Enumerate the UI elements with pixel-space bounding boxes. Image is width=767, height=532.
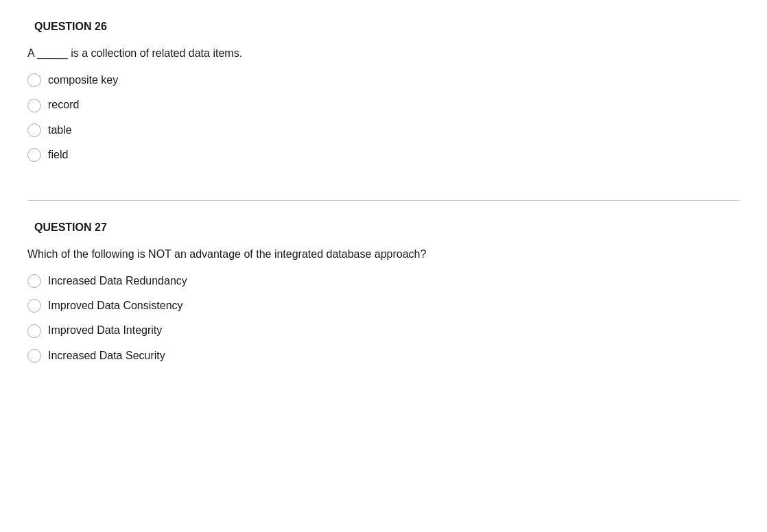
question-26-block: QUESTION 26 A _____ is a collection of r… bbox=[27, 21, 740, 193]
list-item: Increased Data Redundancy bbox=[27, 274, 740, 289]
question-27-block: QUESTION 27 Which of the following is NO… bbox=[27, 221, 740, 394]
radio-q26-c[interactable] bbox=[27, 123, 41, 137]
list-item: Improved Data Consistency bbox=[27, 298, 740, 313]
radio-q26-b[interactable] bbox=[27, 99, 41, 112]
option-label: composite key bbox=[48, 73, 118, 88]
question-26-options: composite key record table field bbox=[27, 73, 740, 163]
radio-q27-b[interactable] bbox=[27, 299, 41, 313]
question-26-header: QUESTION 26 bbox=[27, 21, 740, 33]
list-item: field bbox=[27, 147, 740, 162]
list-item: record bbox=[27, 97, 740, 112]
radio-q26-a[interactable] bbox=[27, 73, 41, 87]
option-label: Improved Data Integrity bbox=[48, 323, 162, 338]
radio-q27-a[interactable] bbox=[27, 274, 41, 288]
question-26-text: A _____ is a collection of related data … bbox=[27, 45, 740, 62]
option-label: Improved Data Consistency bbox=[48, 298, 183, 313]
page-container: QUESTION 26 A _____ is a collection of r… bbox=[0, 0, 767, 414]
question-27-header: QUESTION 27 bbox=[27, 221, 740, 234]
question-27-options: Increased Data Redundancy Improved Data … bbox=[27, 274, 740, 364]
option-label: record bbox=[48, 97, 79, 112]
section-divider bbox=[27, 200, 740, 201]
question-27-text: Which of the following is NOT an advanta… bbox=[27, 246, 740, 263]
radio-q26-d[interactable] bbox=[27, 148, 41, 162]
list-item: Improved Data Integrity bbox=[27, 323, 740, 338]
option-label: table bbox=[48, 123, 72, 138]
option-label: Increased Data Redundancy bbox=[48, 274, 187, 289]
option-label: field bbox=[48, 147, 68, 162]
radio-q27-c[interactable] bbox=[27, 324, 41, 338]
list-item: Increased Data Security bbox=[27, 348, 740, 363]
option-label: Increased Data Security bbox=[48, 348, 165, 363]
list-item: composite key bbox=[27, 73, 740, 88]
radio-q27-d[interactable] bbox=[27, 349, 41, 363]
list-item: table bbox=[27, 123, 740, 138]
